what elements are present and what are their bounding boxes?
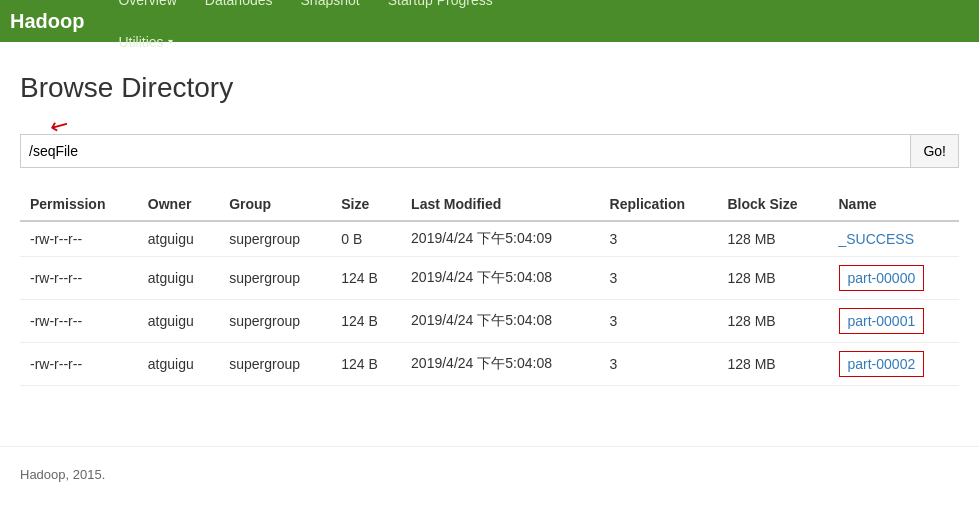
cell-replication: 3 bbox=[600, 343, 718, 386]
cell-owner: atguigu bbox=[138, 300, 219, 343]
nav-item-startup-progress[interactable]: Startup Progress bbox=[374, 0, 507, 8]
nav-item-overview[interactable]: Overview bbox=[104, 0, 190, 8]
cell-block_size: 128 MB bbox=[717, 300, 828, 343]
table-body: -rw-r--r--atguigusupergroup0 B2019/4/24 … bbox=[20, 221, 959, 386]
cell-name: _SUCCESS bbox=[829, 221, 960, 257]
highlighted-name-wrapper: part-00000 bbox=[839, 265, 925, 291]
col-header-last-modified: Last Modified bbox=[401, 188, 600, 221]
footer: Hadoop, 2015. bbox=[0, 446, 979, 502]
footer-text: Hadoop, 2015. bbox=[20, 467, 105, 482]
cell-block_size: 128 MB bbox=[717, 257, 828, 300]
cell-group: supergroup bbox=[219, 221, 331, 257]
go-button[interactable]: Go! bbox=[911, 134, 959, 168]
table-row: -rw-r--r--atguigusupergroup0 B2019/4/24 … bbox=[20, 221, 959, 257]
cell-block_size: 128 MB bbox=[717, 221, 828, 257]
col-header-replication: Replication bbox=[600, 188, 718, 221]
navbar: Hadoop OverviewDatanodesSnapshotStartup … bbox=[0, 0, 979, 42]
table-row: -rw-r--r--atguigusupergroup124 B2019/4/2… bbox=[20, 343, 959, 386]
col-header-owner: Owner bbox=[138, 188, 219, 221]
dropdown-arrow-icon: ▾ bbox=[168, 21, 173, 63]
table-row: -rw-r--r--atguigusupergroup124 B2019/4/2… bbox=[20, 300, 959, 343]
cell-owner: atguigu bbox=[138, 257, 219, 300]
nav-item-datanodes[interactable]: Datanodes bbox=[191, 0, 287, 8]
cell-name: part-00001 bbox=[829, 300, 960, 343]
file-link[interactable]: part-00002 bbox=[848, 356, 916, 372]
cell-replication: 3 bbox=[600, 221, 718, 257]
highlighted-name-wrapper: part-00001 bbox=[839, 308, 925, 334]
cell-owner: atguigu bbox=[138, 343, 219, 386]
table-row: -rw-r--r--atguigusupergroup124 B2019/4/2… bbox=[20, 257, 959, 300]
cell-permission: -rw-r--r-- bbox=[20, 343, 138, 386]
nav-item-snapshot[interactable]: Snapshot bbox=[287, 0, 374, 8]
cell-replication: 3 bbox=[600, 257, 718, 300]
col-header-size: Size bbox=[331, 188, 401, 221]
file-link[interactable]: part-00000 bbox=[848, 270, 916, 286]
col-header-block-size: Block Size bbox=[717, 188, 828, 221]
cell-last_modified: 2019/4/24 下午5:04:08 bbox=[401, 343, 600, 386]
cell-permission: -rw-r--r-- bbox=[20, 257, 138, 300]
file-table: PermissionOwnerGroupSizeLast ModifiedRep… bbox=[20, 188, 959, 386]
path-input[interactable] bbox=[20, 134, 911, 168]
file-link[interactable]: _SUCCESS bbox=[839, 231, 914, 247]
cell-block_size: 128 MB bbox=[717, 343, 828, 386]
col-header-permission: Permission bbox=[20, 188, 138, 221]
cell-size: 124 B bbox=[331, 257, 401, 300]
col-header-name: Name bbox=[829, 188, 960, 221]
cell-group: supergroup bbox=[219, 300, 331, 343]
cell-permission: -rw-r--r-- bbox=[20, 221, 138, 257]
path-row: ↙ Go! bbox=[20, 134, 959, 168]
brand-logo: Hadoop bbox=[10, 10, 84, 33]
cell-replication: 3 bbox=[600, 300, 718, 343]
cell-name: part-00002 bbox=[829, 343, 960, 386]
table-header: PermissionOwnerGroupSizeLast ModifiedRep… bbox=[20, 188, 959, 221]
col-header-group: Group bbox=[219, 188, 331, 221]
cell-last_modified: 2019/4/24 下午5:04:09 bbox=[401, 221, 600, 257]
cell-size: 124 B bbox=[331, 343, 401, 386]
page-title: Browse Directory bbox=[20, 72, 959, 104]
cell-last_modified: 2019/4/24 下午5:04:08 bbox=[401, 300, 600, 343]
nav-item-utilities[interactable]: Utilities▾ bbox=[104, 21, 506, 63]
cell-permission: -rw-r--r-- bbox=[20, 300, 138, 343]
file-link[interactable]: part-00001 bbox=[848, 313, 916, 329]
cell-group: supergroup bbox=[219, 257, 331, 300]
cell-name: part-00000 bbox=[829, 257, 960, 300]
cell-group: supergroup bbox=[219, 343, 331, 386]
cell-owner: atguigu bbox=[138, 221, 219, 257]
cell-last_modified: 2019/4/24 下午5:04:08 bbox=[401, 257, 600, 300]
cell-size: 0 B bbox=[331, 221, 401, 257]
highlighted-name-wrapper: part-00002 bbox=[839, 351, 925, 377]
main-content: Browse Directory ↙ Go! PermissionOwnerGr… bbox=[0, 42, 979, 436]
nav-items: OverviewDatanodesSnapshotStartup Progres… bbox=[104, 0, 506, 63]
cell-size: 124 B bbox=[331, 300, 401, 343]
table-header-row: PermissionOwnerGroupSizeLast ModifiedRep… bbox=[20, 188, 959, 221]
